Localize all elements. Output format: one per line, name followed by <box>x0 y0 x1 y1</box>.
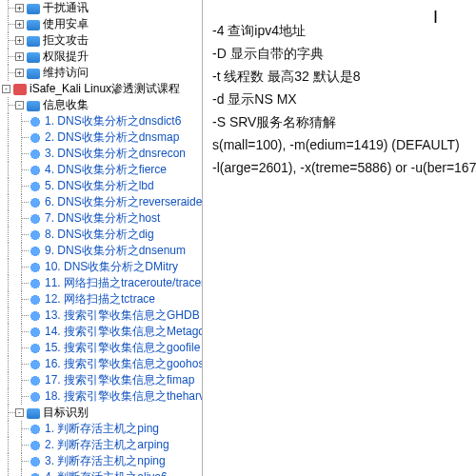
lesson-link[interactable]: 2. 判断存活主机之arping <box>45 437 169 453</box>
tree-leaf[interactable]: 2. DNS收集分析之dnsmap <box>2 129 202 146</box>
tree-leaf[interactable]: 9. DNS收集分析之dnsenum <box>2 243 202 259</box>
tree-leaf[interactable]: 5. DNS收集分析之lbd <box>2 178 202 194</box>
lesson-icon <box>29 423 42 436</box>
folder-icon <box>27 69 40 79</box>
text-cursor-icon: I <box>433 6 438 29</box>
tree-node[interactable]: +干扰通讯 <box>2 0 202 16</box>
tree-node-section[interactable]: -信息收集 <box>2 97 202 113</box>
tree-leaf[interactable]: 16. 搜索引擎收集信息之goohost <box>2 356 202 372</box>
content-line: -D 显示自带的字典 <box>212 42 470 65</box>
lesson-icon <box>29 342 42 355</box>
lesson-link[interactable]: 2. DNS收集分析之dnsmap <box>45 129 179 146</box>
tree-label: 干扰通讯 <box>43 0 89 16</box>
tree-node[interactable]: +使用安卓 <box>2 16 202 32</box>
lesson-link[interactable]: 5. DNS收集分析之lbd <box>45 178 154 194</box>
lesson-icon <box>29 471 42 477</box>
lesson-icon <box>29 309 42 323</box>
lesson-link[interactable]: 4. 判断存活主机之alive6 <box>45 469 168 476</box>
expander-icon[interactable]: + <box>15 36 24 45</box>
expander-icon[interactable]: + <box>15 52 24 61</box>
lesson-link[interactable]: 14. 搜索引擎收集信息之Metagoofil <box>45 324 203 340</box>
lesson-icon <box>29 245 42 258</box>
course-icon <box>13 84 27 95</box>
section-label: 信息收集 <box>43 97 89 113</box>
lesson-link[interactable]: 16. 搜索引擎收集信息之goohost <box>45 356 203 372</box>
tree-leaf[interactable]: 18. 搜索引擎收集信息之theharvester <box>2 388 202 405</box>
folder-icon <box>27 4 40 14</box>
tree-label: 权限提升 <box>43 49 89 65</box>
lesson-icon <box>29 326 42 339</box>
lesson-link[interactable]: 6. DNS收集分析之reverseraider <box>45 194 203 210</box>
lesson-icon <box>29 131 42 145</box>
expander-icon[interactable]: + <box>15 69 24 77</box>
expander-icon[interactable]: + <box>15 4 24 12</box>
tree-node[interactable]: +拒文攻击 <box>2 32 202 49</box>
tree-leaf[interactable]: 1. 判断存活主机之ping <box>2 421 202 437</box>
tree-node[interactable]: +权限提升 <box>2 49 202 65</box>
content-line: -t 线程数 最高32 默认是8 <box>212 65 470 88</box>
tree-leaf[interactable]: 15. 搜索引擎收集信息之goofile <box>2 340 202 356</box>
folder-icon <box>27 52 40 63</box>
lesson-link[interactable]: 7. DNS收集分析之host <box>45 210 160 227</box>
content-line: -l(arge=2601), -x(treme=5886) or -u(ber=… <box>212 156 470 179</box>
tree-leaf[interactable]: 4. DNS收集分析之fierce <box>2 162 202 178</box>
tree-leaf[interactable]: 3. DNS收集分析之dnsrecon <box>2 146 202 162</box>
lesson-link[interactable]: 15. 搜索引擎收集信息之goofile <box>45 340 200 356</box>
lesson-link[interactable]: 1. DNS收集分析之dnsdict6 <box>45 113 181 129</box>
lesson-link[interactable]: 1. 判断存活主机之ping <box>45 421 159 437</box>
tree-leaf[interactable]: 6. DNS收集分析之reverseraider <box>2 194 202 210</box>
tree-leaf[interactable]: 4. 判断存活主机之alive6 <box>2 469 202 476</box>
lesson-link[interactable]: 10. DNS收集分析之DMitry <box>45 259 178 275</box>
folder-icon <box>27 101 40 111</box>
tree-leaf[interactable]: 3. 判断存活主机之nping <box>2 453 202 469</box>
tree-label: 拒文攻击 <box>43 32 89 49</box>
tree-leaf[interactable]: 7. DNS收集分析之host <box>2 210 202 227</box>
expander-icon[interactable]: - <box>15 101 24 109</box>
expander-icon[interactable]: - <box>15 408 24 417</box>
lesson-icon <box>29 390 42 404</box>
lesson-link[interactable]: 3. 判断存活主机之nping <box>45 453 166 469</box>
content-line: s(mall=100), -m(edium=1419) (DEFAULT) <box>212 133 470 156</box>
lesson-icon <box>29 293 42 307</box>
folder-icon <box>27 408 40 419</box>
lesson-icon <box>29 212 42 226</box>
nav-tree-sidebar[interactable]: +干扰通讯+使用安卓+拒文攻击+权限提升+维持访问-iSafe_Kali Lin… <box>0 0 203 476</box>
expander-icon[interactable]: + <box>15 20 24 29</box>
tree-leaf[interactable]: 1. DNS收集分析之dnsdict6 <box>2 113 202 129</box>
section-label: 目标识别 <box>43 405 89 421</box>
tree-leaf[interactable]: 2. 判断存活主机之arping <box>2 437 202 453</box>
content-line: -d 显示NS MX <box>212 88 470 110</box>
lesson-icon <box>29 455 42 468</box>
tree-node-course[interactable]: -iSafe_Kali Linux渗透测试课程 <box>2 81 202 97</box>
tree-leaf[interactable]: 14. 搜索引擎收集信息之Metagoofil <box>2 324 202 340</box>
lesson-link[interactable]: 4. DNS收集分析之fierce <box>45 162 167 178</box>
expander-icon[interactable]: - <box>2 85 10 93</box>
content-line: -4 查询ipv4地址 <box>212 19 470 42</box>
folder-icon <box>27 36 40 47</box>
lesson-icon <box>29 115 42 129</box>
tree-leaf[interactable]: 10. DNS收集分析之DMitry <box>2 259 202 275</box>
tree-leaf[interactable]: 12. 网络扫描之tctrace <box>2 291 202 307</box>
lesson-icon <box>29 358 42 371</box>
tree-leaf[interactable]: 13. 搜索引擎收集信息之GHDB <box>2 307 202 324</box>
lesson-link[interactable]: 13. 搜索引擎收集信息之GHDB <box>45 307 200 324</box>
lesson-link[interactable]: 11. 网络扫描之traceroute/tracert <box>45 275 203 291</box>
tree-leaf[interactable]: 8. DNS收集分析之dig <box>2 227 202 243</box>
tree-node-section[interactable]: -目标识别 <box>2 405 202 421</box>
lesson-link[interactable]: 18. 搜索引擎收集信息之theharvester <box>45 388 203 405</box>
tree-label: 维持访问 <box>43 65 89 81</box>
lesson-link[interactable]: 8. DNS收集分析之dig <box>45 227 154 243</box>
tree-leaf[interactable]: 17. 搜索引擎收集信息之fimap <box>2 372 202 388</box>
lesson-link[interactable]: 17. 搜索引擎收集信息之fimap <box>45 372 194 388</box>
lesson-link[interactable]: 3. DNS收集分析之dnsrecon <box>45 146 186 162</box>
lesson-icon <box>29 148 42 161</box>
tree-leaf[interactable]: 11. 网络扫描之traceroute/tracert <box>2 275 202 291</box>
lesson-link[interactable]: 12. 网络扫描之tctrace <box>45 291 155 307</box>
lesson-icon <box>29 164 42 177</box>
lesson-link[interactable]: 9. DNS收集分析之dnsenum <box>45 243 186 259</box>
tree-node[interactable]: +维持访问 <box>2 65 202 81</box>
lesson-icon <box>29 196 42 209</box>
content-line: -S SRV服务名称猜解 <box>212 110 470 133</box>
lesson-icon <box>29 180 42 193</box>
lesson-icon <box>29 228 42 242</box>
